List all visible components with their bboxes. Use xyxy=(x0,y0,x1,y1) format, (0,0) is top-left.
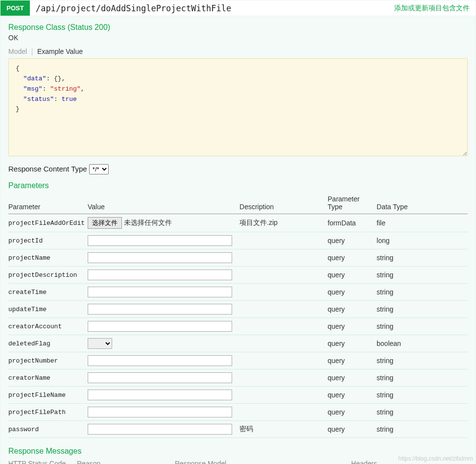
param-text-input[interactable] xyxy=(88,304,232,315)
tab-model[interactable]: Model xyxy=(8,48,30,55)
tab-example-value[interactable]: Example Value xyxy=(37,48,86,55)
param-text-input[interactable] xyxy=(88,321,232,332)
param-text-input[interactable] xyxy=(88,252,232,263)
param-data-type: string xyxy=(377,352,468,369)
param-type: query xyxy=(328,335,377,352)
param-value-cell: 选择文件未选择任何文件 xyxy=(88,214,239,232)
table-row: projectDescriptionquerystring xyxy=(8,267,468,284)
param-name: projectId xyxy=(8,232,88,249)
table-row: projectFileAddOrEdit选择文件未选择任何文件项目文件.zipf… xyxy=(8,214,468,232)
col-http-status: HTTP Status Code xyxy=(8,458,77,464)
param-name: creatorName xyxy=(8,369,88,387)
param-type: query xyxy=(328,421,377,438)
col-reason: Reason xyxy=(77,458,175,464)
param-data-type: string xyxy=(377,301,468,318)
param-text-input[interactable] xyxy=(88,390,232,400)
response-content-type-select[interactable]: */* xyxy=(89,164,109,174)
param-description xyxy=(239,301,328,318)
response-class-heading: Response Class (Status 200) xyxy=(8,23,468,32)
param-description: 项目文件.zip xyxy=(239,214,328,232)
param-data-type: string xyxy=(377,318,468,335)
table-row: projectNumberquerystring xyxy=(8,352,468,369)
param-type: query xyxy=(328,352,377,369)
param-description xyxy=(239,369,328,387)
param-description xyxy=(239,249,328,267)
param-text-input[interactable] xyxy=(88,372,232,383)
tab-separator xyxy=(32,49,32,55)
param-type: query xyxy=(328,387,377,404)
param-type: query xyxy=(328,284,377,301)
response-messages-table: HTTP Status Code Reason Response Model H… xyxy=(8,458,468,464)
param-name: creatorAccount xyxy=(8,318,88,335)
response-content-type-row: Response Content Type */* xyxy=(8,164,468,174)
col-parameter: Parameter xyxy=(8,192,88,214)
param-value-cell xyxy=(88,267,239,284)
param-type: query xyxy=(328,232,377,249)
param-type: formData xyxy=(328,214,377,232)
operation-panel: POST /api/project/doAddSingleProjectWith… xyxy=(0,0,476,464)
param-data-type: string xyxy=(377,404,468,421)
response-content-type-label: Response Content Type xyxy=(8,165,87,173)
response-tabs: Model Example Value xyxy=(8,48,468,55)
param-value-cell xyxy=(88,404,239,421)
param-value-cell xyxy=(88,369,239,387)
operation-path: /api/project/doAddSingleProjectWithFile xyxy=(30,3,394,13)
param-name: projectDescription xyxy=(8,267,88,284)
param-text-input[interactable] xyxy=(88,269,232,280)
parameters-table: Parameter Value Description ParameterTyp… xyxy=(8,192,468,438)
operation-header[interactable]: POST /api/project/doAddSingleProjectWith… xyxy=(0,0,476,16)
table-row: projectIdquerylong xyxy=(8,232,468,249)
param-data-type: string xyxy=(377,249,468,267)
param-text-input[interactable] xyxy=(88,355,232,366)
param-type: query xyxy=(328,404,377,421)
table-row: projectFilePathquerystring xyxy=(8,404,468,421)
param-type: query xyxy=(328,249,377,267)
response-class-ok: OK xyxy=(8,34,468,42)
table-row: updateTimequerystring xyxy=(8,301,468,318)
param-value-cell xyxy=(88,352,239,369)
param-name: projectName xyxy=(8,249,88,267)
param-type: query xyxy=(328,369,377,387)
operation-body: Response Class (Status 200) OK Model Exa… xyxy=(0,16,476,464)
table-row: creatorNamequerystring xyxy=(8,369,468,387)
param-description xyxy=(239,318,328,335)
param-data-type: long xyxy=(377,232,468,249)
param-select[interactable] xyxy=(88,338,112,349)
param-text-input[interactable] xyxy=(88,424,232,435)
param-description: 密码 xyxy=(239,421,328,438)
param-value-cell xyxy=(88,232,239,249)
col-response-model: Response Model xyxy=(175,458,351,464)
param-name: updateTime xyxy=(8,301,88,318)
choose-file-button[interactable]: 选择文件 xyxy=(88,217,122,229)
param-data-type: file xyxy=(377,214,468,232)
http-method-badge: POST xyxy=(0,0,30,16)
param-data-type: string xyxy=(377,284,468,301)
param-description xyxy=(239,232,328,249)
param-name: projectFileAddOrEdit xyxy=(8,214,88,232)
param-text-input[interactable] xyxy=(88,235,232,246)
param-type: query xyxy=(328,267,377,284)
param-value-cell xyxy=(88,335,239,352)
param-value-cell xyxy=(88,301,239,318)
param-value-cell xyxy=(88,284,239,301)
col-data-type: Data Type xyxy=(377,192,468,214)
param-value-cell xyxy=(88,249,239,267)
param-name: projectFilePath xyxy=(8,404,88,421)
param-value-cell xyxy=(88,387,239,404)
param-data-type: string xyxy=(377,267,468,284)
param-data-type: boolean xyxy=(377,335,468,352)
param-type: query xyxy=(328,318,377,335)
table-row: createTimequerystring xyxy=(8,284,468,301)
example-json-box[interactable]: { "data": {}, "msg": "string", "status":… xyxy=(8,58,468,156)
response-messages-heading: Response Messages xyxy=(8,447,468,456)
parameters-heading: Parameters xyxy=(8,181,468,190)
col-description: Description xyxy=(239,192,328,214)
col-value: Value xyxy=(88,192,239,214)
param-value-cell xyxy=(88,421,239,438)
param-text-input[interactable] xyxy=(88,407,232,417)
table-row: deletedFlagqueryboolean xyxy=(8,335,468,352)
param-description xyxy=(239,284,328,301)
col-param-type: ParameterType xyxy=(328,192,377,214)
param-name: createTime xyxy=(8,284,88,301)
param-text-input[interactable] xyxy=(88,287,232,297)
